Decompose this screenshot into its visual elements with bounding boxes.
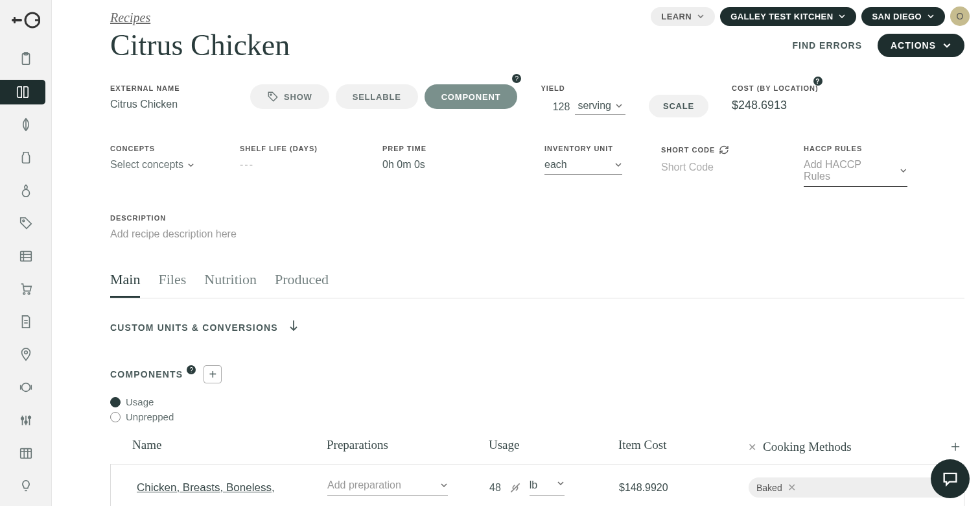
learn-label: LEARN	[661, 12, 692, 21]
location-label: SAN DIEGO	[872, 12, 922, 21]
nav-list[interactable]	[3, 243, 49, 269]
tab-nutrition[interactable]: Nutrition	[204, 271, 257, 298]
inventory-unit-select[interactable]: each	[544, 159, 622, 175]
actions-dropdown[interactable]: ACTIONS	[878, 34, 964, 57]
radio-dot-icon	[110, 397, 121, 407]
svg-rect-26	[20, 449, 31, 459]
workspace-dropdown[interactable]: GALLEY TEST KITCHEN	[720, 7, 856, 26]
cooking-method-label: Baked	[756, 483, 782, 493]
chat-icon	[941, 470, 959, 488]
toggle-component[interactable]: COMPONENT	[425, 84, 518, 109]
add-column-button[interactable]: +	[946, 438, 964, 456]
radio-dot-icon	[110, 412, 121, 422]
svg-point-24	[25, 421, 27, 424]
unit-value: lb	[530, 479, 537, 491]
shelf-life-input[interactable]	[240, 159, 344, 171]
yield-label: YIELD	[541, 84, 625, 92]
nav-tag[interactable]	[3, 211, 49, 236]
tab-main[interactable]: Main	[110, 271, 140, 298]
svg-point-12	[23, 293, 25, 295]
scale-button[interactable]: SCALE	[649, 95, 708, 117]
component-row: Chicken, Breasts, Boneless, Add preparat…	[110, 464, 964, 506]
svg-point-6	[22, 189, 29, 197]
yield-input[interactable]	[541, 101, 570, 113]
help-icon[interactable]: ?	[813, 77, 822, 86]
nav-bulb[interactable]	[3, 474, 49, 499]
help-icon[interactable]: ?	[187, 365, 196, 374]
add-preparation-select[interactable]: Add preparation	[327, 479, 448, 496]
nav-location[interactable]	[3, 342, 49, 367]
qty-value[interactable]: 48	[489, 482, 501, 494]
yield-unit-value: serving	[578, 100, 611, 112]
chevron-down-icon	[614, 161, 622, 169]
short-code-input[interactable]	[661, 162, 765, 173]
ingredient-link[interactable]: Chicken, Breasts, Boneless,	[137, 481, 327, 494]
chevron-down-icon	[187, 162, 194, 169]
unprepped-radio[interactable]: Unprepped	[110, 411, 964, 422]
expand-custom-units[interactable]	[288, 319, 299, 335]
link-off-icon[interactable]	[509, 481, 522, 494]
chevron-down-icon	[557, 479, 565, 487]
svg-point-31	[270, 94, 272, 95]
custom-units-label: CUSTOM UNITS & CONVERSIONS	[110, 322, 278, 333]
chevron-down-icon	[440, 481, 448, 489]
item-cost-value: $148.9920	[619, 482, 749, 494]
components-heading: COMPONENTS	[110, 369, 183, 380]
add-component-button[interactable]: +	[204, 365, 222, 383]
nav-food[interactable]	[3, 178, 49, 203]
chevron-down-icon	[900, 167, 907, 175]
breadcrumb-recipes[interactable]: Recipes	[110, 10, 150, 25]
col-name-header: Name	[132, 438, 327, 456]
toggle-show[interactable]: SHOW	[250, 84, 329, 109]
yield-unit-select[interactable]: serving	[575, 99, 625, 115]
nav-cart[interactable]	[3, 276, 49, 302]
remove-column-button[interactable]: ✕	[748, 441, 756, 453]
learn-dropdown[interactable]: LEARN	[651, 7, 715, 26]
chevron-down-icon	[838, 12, 846, 20]
unprepped-radio-label: Unprepped	[126, 411, 174, 422]
nav-sliders[interactable]	[3, 407, 49, 433]
nav-recipes[interactable]	[0, 80, 45, 105]
help-icon[interactable]: ?	[512, 74, 521, 83]
workspace-label: GALLEY TEST KITCHEN	[730, 12, 833, 21]
haccp-placeholder: Add HACCP Rules	[804, 159, 887, 182]
page-title: Citrus Chicken	[110, 28, 290, 62]
nav-doc[interactable]	[3, 309, 49, 335]
nav-jar[interactable]	[3, 145, 49, 171]
unit-select[interactable]: lb	[530, 479, 565, 496]
shelf-life-label: SHELF LIFE (DAYS)	[240, 145, 344, 152]
tab-files[interactable]: Files	[158, 271, 186, 298]
svg-rect-2	[14, 17, 16, 23]
tab-produced[interactable]: Produced	[275, 271, 329, 298]
svg-point-23	[21, 417, 23, 420]
remove-tag-button[interactable]: ✕	[788, 481, 796, 494]
nav-plate[interactable]	[3, 375, 49, 400]
find-errors-button[interactable]: FIND ERRORS	[793, 40, 862, 51]
prep-time-value[interactable]: 0h 0m 0s	[382, 159, 506, 171]
location-dropdown[interactable]: SAN DIEGO	[861, 7, 945, 26]
user-avatar[interactable]: O	[950, 6, 970, 26]
external-name-value[interactable]: Citrus Chicken	[110, 99, 227, 110]
concepts-select[interactable]: Select concepts	[110, 159, 201, 171]
svg-rect-1	[12, 19, 22, 21]
nav-leaf[interactable]	[3, 112, 49, 138]
usage-radio[interactable]: Usage	[110, 396, 964, 407]
svg-point-25	[28, 416, 30, 418]
chat-fab[interactable]	[931, 459, 970, 498]
inventory-unit-value: each	[544, 159, 567, 171]
toggle-sellable[interactable]: SELLABLE	[336, 84, 418, 109]
arrow-down-icon	[288, 319, 299, 332]
chevron-down-icon	[697, 12, 705, 20]
cost-value: $248.6913	[732, 99, 819, 112]
nav-calendar[interactable]	[3, 440, 49, 466]
svg-point-7	[22, 220, 24, 222]
app-logo[interactable]	[12, 12, 40, 29]
short-code-label: SHORT CODE	[661, 145, 765, 155]
refresh-icon[interactable]	[719, 145, 729, 155]
haccp-select[interactable]: Add HACCP Rules	[804, 159, 907, 187]
add-prep-placeholder: Add preparation	[327, 479, 401, 491]
description-input[interactable]: Add recipe description here	[110, 228, 964, 240]
nav-clipboard[interactable]	[3, 47, 49, 72]
chevron-down-icon	[615, 102, 623, 110]
toggle-show-label: SHOW	[284, 92, 312, 102]
